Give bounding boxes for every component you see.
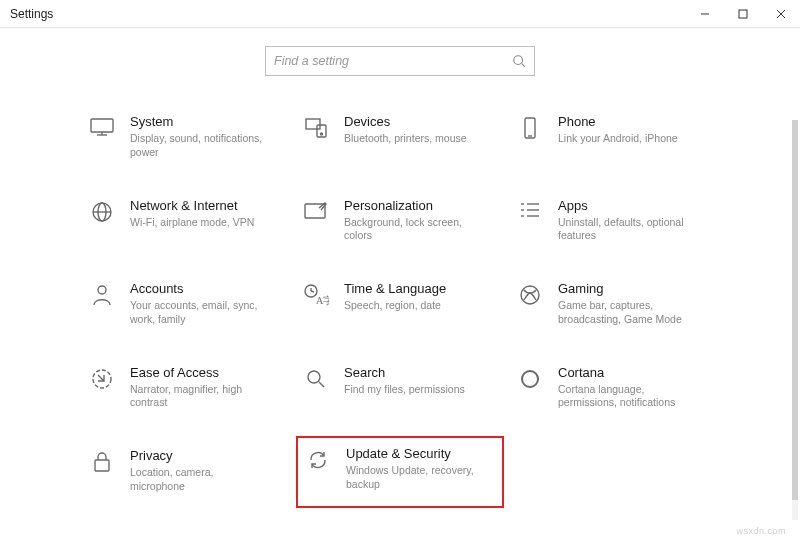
tile-desc: Speech, region, date [344, 299, 446, 313]
tile-text: Search Find my files, permissions [344, 365, 465, 397]
tile-desc: Uninstall, defaults, optional features [558, 216, 698, 243]
tile-desc: Your accounts, email, sync, work, family [130, 299, 270, 326]
close-button[interactable] [762, 0, 800, 27]
cortana-icon [516, 367, 544, 395]
tile-title: Devices [344, 114, 467, 130]
svg-rect-9 [306, 119, 320, 129]
scroll-thumb[interactable] [792, 120, 798, 500]
tile-accounts[interactable]: Accounts Your accounts, email, sync, wor… [88, 277, 284, 331]
tile-title: Update & Security [346, 446, 486, 462]
tile-system[interactable]: System Display, sound, notifications, po… [88, 110, 284, 164]
tile-ease-of-access[interactable]: Ease of Access Narrator, magnifier, high… [88, 361, 284, 415]
tile-update-security[interactable]: Update & Security Windows Update, recove… [296, 436, 504, 508]
globe-icon [88, 200, 116, 228]
tile-title: Time & Language [344, 281, 446, 297]
tile-desc: Link your Android, iPhone [558, 132, 678, 146]
magnifier-icon [302, 367, 330, 395]
titlebar: Settings [0, 0, 800, 28]
phone-icon [516, 116, 544, 144]
svg-text:A字: A字 [316, 295, 329, 306]
tile-desc: Game bar, captures, broadcasting, Game M… [558, 299, 698, 326]
tile-title: Network & Internet [130, 198, 254, 214]
tile-phone[interactable]: Phone Link your Android, iPhone [516, 110, 712, 164]
personalization-icon [302, 200, 330, 228]
search-icon [512, 54, 526, 68]
time-language-icon: A字 [302, 283, 330, 311]
svg-point-31 [308, 371, 320, 383]
tile-title: Accounts [130, 281, 270, 297]
window-controls [686, 0, 800, 27]
close-icon [776, 9, 786, 19]
tile-text: System Display, sound, notifications, po… [130, 114, 270, 160]
tile-text: Personalization Background, lock screen,… [344, 198, 484, 244]
tile-title: Ease of Access [130, 365, 270, 381]
tile-text: Privacy Location, camera, microphone [130, 448, 270, 494]
person-icon [88, 283, 116, 311]
ease-of-access-icon [88, 367, 116, 395]
minimize-button[interactable] [686, 0, 724, 27]
display-icon [88, 116, 116, 144]
tile-text: Network & Internet Wi-Fi, airplane mode,… [130, 198, 254, 230]
tile-network[interactable]: Network & Internet Wi-Fi, airplane mode,… [88, 194, 284, 248]
tile-text: Time & Language Speech, region, date [344, 281, 446, 313]
tile-apps[interactable]: Apps Uninstall, defaults, optional featu… [516, 194, 712, 248]
tile-personalization[interactable]: Personalization Background, lock screen,… [302, 194, 498, 248]
svg-point-24 [98, 286, 106, 294]
svg-point-4 [514, 56, 523, 65]
search-container [0, 46, 800, 76]
svg-point-11 [321, 133, 323, 135]
svg-rect-12 [525, 118, 535, 138]
maximize-icon [738, 9, 748, 19]
tile-privacy[interactable]: Privacy Location, camera, microphone [88, 444, 284, 498]
tile-text: Ease of Access Narrator, magnifier, high… [130, 365, 270, 411]
settings-grid-container: System Display, sound, notifications, po… [0, 110, 800, 498]
tile-title: Search [344, 365, 465, 381]
tile-devices[interactable]: Devices Bluetooth, printers, mouse [302, 110, 498, 164]
tile-gaming[interactable]: Gaming Game bar, captures, broadcasting,… [516, 277, 712, 331]
svg-rect-1 [739, 10, 747, 18]
tile-search[interactable]: Search Find my files, permissions [302, 361, 498, 415]
window-title: Settings [10, 7, 53, 21]
devices-icon [302, 116, 330, 144]
tile-text: Accounts Your accounts, email, sync, wor… [130, 281, 270, 327]
tile-desc: Display, sound, notifications, power [130, 132, 270, 159]
search-input[interactable] [274, 54, 512, 68]
scrollbar[interactable] [792, 120, 798, 520]
tile-title: Personalization [344, 198, 484, 214]
svg-line-32 [319, 382, 324, 387]
settings-grid: System Display, sound, notifications, po… [88, 110, 712, 498]
apps-icon [516, 200, 544, 228]
tile-desc: Find my files, permissions [344, 383, 465, 397]
tile-desc: Location, camera, microphone [130, 466, 270, 493]
lock-icon [88, 450, 116, 478]
svg-point-29 [521, 286, 539, 304]
tile-time-language[interactable]: A字 Time & Language Speech, region, date [302, 277, 498, 331]
tile-title: Privacy [130, 448, 270, 464]
tile-text: Update & Security Windows Update, recove… [346, 446, 486, 492]
update-icon [304, 448, 332, 476]
tile-desc: Windows Update, recovery, backup [346, 464, 486, 491]
maximize-button[interactable] [724, 0, 762, 27]
tile-title: System [130, 114, 270, 130]
svg-rect-34 [95, 460, 109, 471]
tile-desc: Narrator, magnifier, high contrast [130, 383, 270, 410]
tile-text: Gaming Game bar, captures, broadcasting,… [558, 281, 698, 327]
tile-desc: Background, lock screen, colors [344, 216, 484, 243]
tile-desc: Bluetooth, printers, mouse [344, 132, 467, 146]
tile-text: Cortana Cortana language, permissions, n… [558, 365, 698, 411]
svg-rect-6 [91, 119, 113, 132]
svg-line-27 [311, 291, 314, 292]
tile-text: Apps Uninstall, defaults, optional featu… [558, 198, 698, 244]
tile-desc: Wi-Fi, airplane mode, VPN [130, 216, 254, 230]
svg-line-5 [522, 64, 525, 67]
tile-title: Gaming [558, 281, 698, 297]
tile-desc: Cortana language, permissions, notificat… [558, 383, 698, 410]
tile-text: Phone Link your Android, iPhone [558, 114, 678, 146]
svg-point-33 [522, 371, 538, 387]
minimize-icon [700, 9, 710, 19]
tile-title: Cortana [558, 365, 698, 381]
search-box[interactable] [265, 46, 535, 76]
tile-title: Phone [558, 114, 678, 130]
watermark: wsxdn.com [736, 526, 786, 536]
tile-cortana[interactable]: Cortana Cortana language, permissions, n… [516, 361, 712, 415]
